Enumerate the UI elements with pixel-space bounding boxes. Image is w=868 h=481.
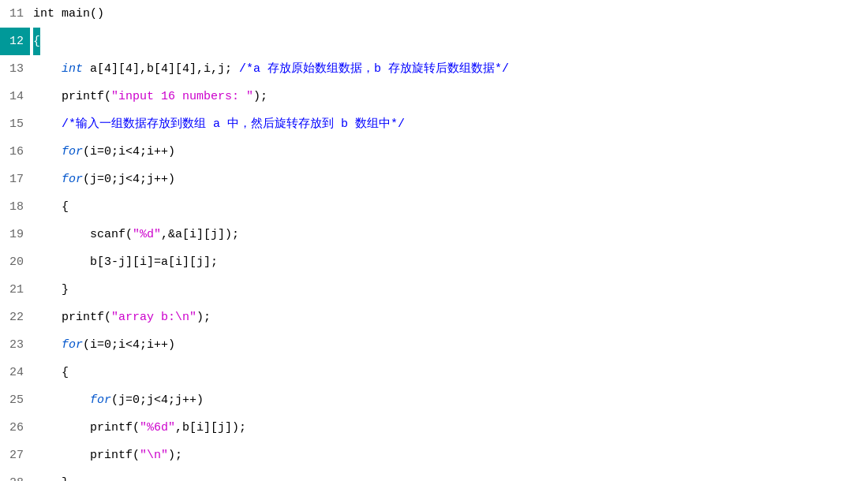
code-line: 13 int a[4][4],b[4][4],i,j; /*a 存放原始数组数据… — [0, 55, 868, 83]
line-content: b[3-j][i]=a[i][j]; — [30, 248, 868, 276]
code-line: 21 } — [0, 276, 868, 304]
code-line: 12{ — [0, 28, 868, 55]
code-line: 15 /*输入一组数据存放到数组 a 中，然后旋转存放到 b 数组中*/ — [0, 110, 868, 138]
line-number: 27 — [0, 442, 30, 469]
line-number: 11 — [0, 0, 30, 28]
code-editor: 11int main()12{13 int a[4][4],b[4][4],i,… — [0, 0, 868, 481]
line-number: 20 — [0, 248, 30, 276]
line-content: int a[4][4],b[4][4],i,j; /*a 存放原始数组数据，b … — [30, 55, 868, 83]
code-table: 11int main()12{13 int a[4][4],b[4][4],i,… — [0, 0, 868, 481]
line-content: /*输入一组数据存放到数组 a 中，然后旋转存放到 b 数组中*/ — [30, 110, 868, 138]
line-content: for(j=0;j<4;j++) — [30, 386, 868, 414]
line-content: int main() — [30, 0, 868, 28]
line-number: 26 — [0, 414, 30, 442]
line-number: 23 — [0, 331, 30, 359]
line-number: 17 — [0, 166, 30, 193]
line-content: for(i=0;i<4;i++) — [30, 138, 868, 166]
line-number: 18 — [0, 193, 30, 221]
code-line: 23 for(i=0;i<4;i++) — [0, 331, 868, 359]
code-line: 17 for(j=0;j<4;j++) — [0, 166, 868, 193]
line-number: 28 — [0, 469, 30, 481]
line-number: 16 — [0, 138, 30, 166]
code-line: 11int main() — [0, 0, 868, 28]
code-line: 18 { — [0, 193, 868, 221]
code-line: 24 { — [0, 359, 868, 386]
line-content: for(j=0;j<4;j++) — [30, 166, 868, 193]
code-line: 27 printf("\n"); — [0, 442, 868, 469]
line-content: scanf("%d",&a[i][j]); — [30, 221, 868, 248]
line-content: { — [30, 193, 868, 221]
code-line: 14 printf("input 16 numbers: "); — [0, 83, 868, 110]
line-content: { — [30, 28, 868, 55]
line-content: printf("array b:\n"); — [30, 304, 868, 331]
code-line: 20 b[3-j][i]=a[i][j]; — [0, 248, 868, 276]
line-number: 12 — [0, 28, 30, 55]
line-content: printf("%6d",b[i][j]); — [30, 414, 868, 442]
code-line: 28 } — [0, 469, 868, 481]
line-number: 24 — [0, 359, 30, 386]
line-number: 13 — [0, 55, 30, 83]
line-number: 25 — [0, 386, 30, 414]
line-content: { — [30, 359, 868, 386]
line-content: for(i=0;i<4;i++) — [30, 331, 868, 359]
line-number: 22 — [0, 304, 30, 331]
line-content: } — [30, 469, 868, 481]
line-number: 14 — [0, 83, 30, 110]
code-line: 16 for(i=0;i<4;i++) — [0, 138, 868, 166]
line-number: 19 — [0, 221, 30, 248]
line-content: } — [30, 276, 868, 304]
code-line: 25 for(j=0;j<4;j++) — [0, 386, 868, 414]
line-content: printf("\n"); — [30, 442, 868, 469]
code-line: 19 scanf("%d",&a[i][j]); — [0, 221, 868, 248]
line-number: 21 — [0, 276, 30, 304]
line-number: 15 — [0, 110, 30, 138]
code-line: 22 printf("array b:\n"); — [0, 304, 868, 331]
line-content: printf("input 16 numbers: "); — [30, 83, 868, 110]
code-line: 26 printf("%6d",b[i][j]); — [0, 414, 868, 442]
